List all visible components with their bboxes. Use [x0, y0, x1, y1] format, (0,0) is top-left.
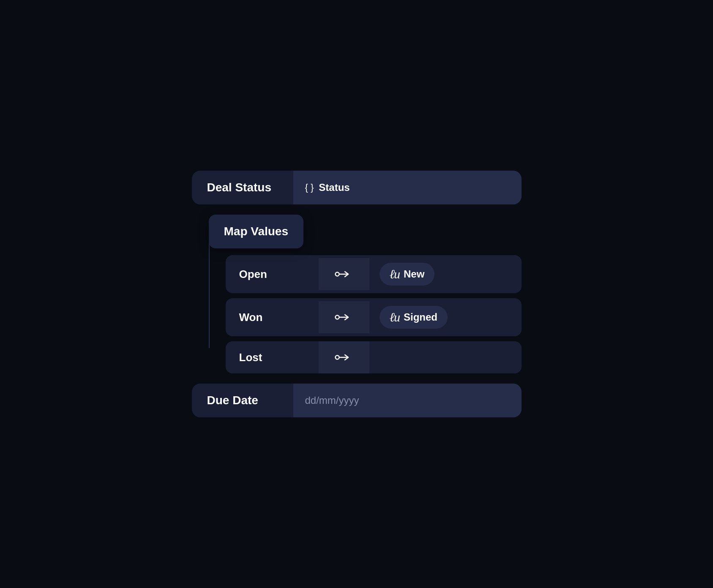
- target-label-new: New: [404, 268, 424, 280]
- curly-braces-icon: { }: [305, 182, 314, 193]
- target-pill-new[interactable]: ℓu New: [380, 263, 435, 286]
- arrow-section-lost: [319, 341, 369, 373]
- arrow-section-won: [319, 301, 369, 333]
- mapping-row-won: Won ℓu Signed: [226, 298, 522, 336]
- due-date-label: Due Date: [192, 385, 293, 416]
- target-open: ℓu New: [369, 255, 522, 293]
- arrow-section-open: [319, 258, 369, 290]
- target-pill-signed[interactable]: ℓu Signed: [380, 306, 448, 329]
- mapping-row-lost: Lost: [226, 341, 522, 373]
- svg-point-0: [335, 272, 339, 276]
- map-values-section: Map Values Open ℓu New: [192, 215, 522, 373]
- mapping-rows: Open ℓu New Won: [209, 255, 522, 373]
- source-open: Open: [226, 260, 319, 289]
- target-lost[interactable]: [369, 350, 522, 365]
- deal-status-row: Deal Status { } Status: [192, 171, 522, 204]
- deal-status-right: { } Status: [293, 171, 522, 204]
- target-won: ℓu Signed: [369, 298, 522, 336]
- map-values-header: Map Values: [209, 215, 522, 248]
- deal-status-label: Deal Status: [192, 172, 293, 203]
- main-container: Deal Status { } Status Map Values Open: [192, 171, 522, 417]
- mapping-row-open: Open ℓu New: [226, 255, 522, 293]
- arrow-icon-lost: [335, 353, 353, 362]
- signature-icon-signed: ℓu: [390, 310, 400, 324]
- svg-point-4: [335, 356, 339, 359]
- due-date-right: dd/mm/yyyy: [293, 384, 522, 417]
- source-lost: Lost: [226, 343, 319, 372]
- arrow-icon-open: [335, 270, 353, 278]
- due-date-placeholder[interactable]: dd/mm/yyyy: [305, 395, 359, 406]
- arrow-icon-won: [335, 313, 353, 321]
- due-date-row: Due Date dd/mm/yyyy: [192, 384, 522, 417]
- map-values-box[interactable]: Map Values: [209, 215, 304, 248]
- target-label-signed: Signed: [404, 311, 437, 323]
- source-won: Won: [226, 303, 319, 332]
- status-field-name: Status: [319, 182, 350, 193]
- svg-point-2: [335, 316, 339, 319]
- signature-icon-new: ℓu: [390, 267, 400, 281]
